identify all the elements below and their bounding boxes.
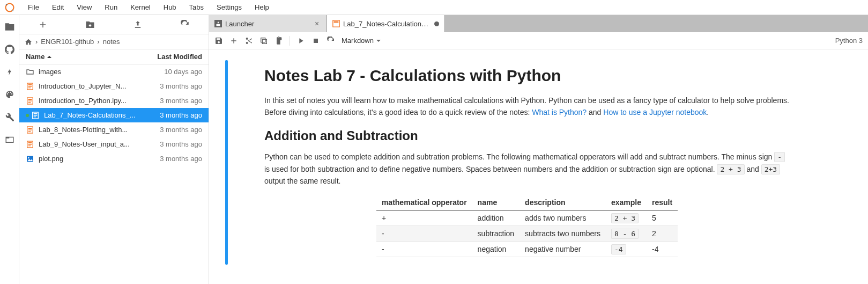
svg-rect-18 <box>28 128 32 129</box>
file-row[interactable]: plot.png3 months ago <box>19 151 209 166</box>
file-modified: 10 days ago <box>164 68 202 76</box>
breadcrumb-item[interactable]: notes <box>103 38 120 46</box>
file-row[interactable]: Lab_8_Notes-Plotting_with...3 months ago <box>19 122 209 137</box>
table-cell: subtraction <box>472 225 520 241</box>
nb-icon <box>26 97 34 105</box>
table-row: -negationnegative number-4-4 <box>376 241 678 257</box>
svg-point-1 <box>6 3 7 4</box>
link[interactable]: What is Python? <box>532 108 587 116</box>
svg-rect-20 <box>28 131 31 132</box>
svg-rect-10 <box>28 99 32 100</box>
menu-help[interactable]: Help <box>248 1 276 13</box>
celltype-dropdown[interactable]: Markdown <box>342 37 381 45</box>
nb-icon <box>26 82 34 91</box>
file-modified: 3 months ago <box>160 97 202 105</box>
file-modified: 3 months ago <box>160 111 202 119</box>
sort-modified[interactable]: Last Modified <box>157 53 202 61</box>
file-modified: 3 months ago <box>160 82 202 90</box>
table-header: description <box>520 195 606 210</box>
save-icon[interactable] <box>214 37 223 45</box>
running-icon[interactable] <box>4 67 15 77</box>
nb-icon <box>31 111 40 120</box>
menu-settings[interactable]: Settings <box>210 1 248 13</box>
menu-hub[interactable]: Hub <box>157 1 183 13</box>
paste-icon[interactable] <box>275 37 283 45</box>
cut-icon[interactable] <box>244 37 253 45</box>
file-row[interactable]: images10 days ago <box>19 64 209 79</box>
new-folder-icon[interactable] <box>85 20 95 30</box>
table-cell: - <box>376 241 472 257</box>
stop-icon[interactable] <box>311 37 320 45</box>
table-cell: negation <box>472 241 520 257</box>
tabs-icon[interactable] <box>4 134 15 145</box>
table-cell: -4 <box>647 241 678 257</box>
tab[interactable]: Lab_7_Notes-Calculations_w <box>327 15 445 32</box>
home-icon[interactable] <box>25 38 32 46</box>
menu-run[interactable]: Run <box>98 1 124 13</box>
menu-kernel[interactable]: Kernel <box>124 1 157 13</box>
table-cell: 2 + 3 <box>606 210 647 225</box>
svg-rect-4 <box>6 137 9 139</box>
paragraph: In this set of notes you will learn how … <box>264 94 790 119</box>
refresh-icon[interactable] <box>180 20 190 30</box>
palette-icon[interactable] <box>4 89 15 100</box>
notebook-body: Notes Lab 7 - Calculations with Python I… <box>209 49 868 284</box>
table-cell: negative number <box>520 241 606 257</box>
file-name: Introduction_to_Python.ipy... <box>39 97 155 105</box>
launcher-icon <box>214 20 222 27</box>
kernel-indicator[interactable]: Python 3 <box>835 37 863 45</box>
markdown-cell[interactable]: Notes Lab 7 - Calculations with Python I… <box>225 60 852 265</box>
file-name: Introduction_to_Jupyter_N... <box>39 82 155 90</box>
run-icon[interactable] <box>296 37 305 45</box>
link[interactable]: How to use a Jupyter notebook <box>603 108 707 116</box>
github-icon[interactable] <box>4 44 15 55</box>
file-modified: 3 months ago <box>160 155 202 163</box>
dirty-dot-icon[interactable] <box>434 21 439 26</box>
table-row: +additionadds two numbers2 + 35 <box>376 210 678 225</box>
svg-rect-30 <box>262 39 266 43</box>
file-name: Lab_9_Notes-User_input_a... <box>39 140 155 148</box>
file-name: Lab_7_Notes-Calculations_... <box>44 111 155 119</box>
menu-edit[interactable]: Edit <box>46 1 70 13</box>
svg-rect-6 <box>28 84 32 85</box>
wrench-icon[interactable] <box>4 112 15 122</box>
svg-rect-8 <box>28 88 31 88</box>
menu-view[interactable]: View <box>70 1 98 13</box>
svg-rect-14 <box>34 113 38 114</box>
table-cell: 2 <box>647 225 678 241</box>
tab-label: Lab_7_Notes-Calculations_w <box>343 20 431 28</box>
svg-point-26 <box>28 157 29 158</box>
table-header: mathematical opperator <box>376 195 472 210</box>
table-cell: 8 - 6 <box>606 225 647 241</box>
tab-strip: Launcher×Lab_7_Notes-Calculations_w <box>209 15 868 32</box>
nb-icon <box>26 126 34 134</box>
work-area: Launcher×Lab_7_Notes-Calculations_w Mark… <box>209 15 868 284</box>
menu-file[interactable]: File <box>21 1 46 13</box>
table-cell: adds two numbers <box>520 210 606 225</box>
tab[interactable]: Launcher× <box>209 15 327 32</box>
file-row[interactable]: Lab_9_Notes-User_input_a...3 months ago <box>19 137 209 151</box>
file-row[interactable]: Lab_7_Notes-Calculations_...3 months ago <box>19 108 209 122</box>
menu-tabs[interactable]: Tabs <box>183 1 210 13</box>
svg-rect-32 <box>314 39 318 43</box>
svg-rect-7 <box>28 86 32 86</box>
file-row[interactable]: Introduction_to_Jupyter_N...3 months ago <box>19 79 209 93</box>
img-icon <box>26 155 34 163</box>
upload-icon[interactable] <box>133 20 143 30</box>
file-name: Lab_8_Notes-Plotting_with... <box>39 126 155 134</box>
jupyter-logo[interactable] <box>4 2 15 13</box>
file-row[interactable]: Introduction_to_Python.ipy...3 months ag… <box>19 93 209 108</box>
svg-rect-16 <box>34 116 36 117</box>
add-cell-icon[interactable] <box>229 37 238 45</box>
paragraph: Python can be used to complete addition … <box>264 151 790 187</box>
new-launcher-icon[interactable] <box>38 20 48 30</box>
sort-name[interactable]: Name <box>26 53 52 61</box>
svg-point-2 <box>12 10 14 11</box>
restart-icon[interactable] <box>327 37 335 45</box>
breadcrumb-item[interactable]: ENGR101-github <box>41 38 94 46</box>
close-icon[interactable]: × <box>315 20 321 27</box>
notebook-icon <box>332 20 340 27</box>
file-browser: › ENGR101-github › notes Name Last Modif… <box>19 15 209 284</box>
copy-icon[interactable] <box>259 37 268 45</box>
folder-icon[interactable] <box>4 21 15 32</box>
